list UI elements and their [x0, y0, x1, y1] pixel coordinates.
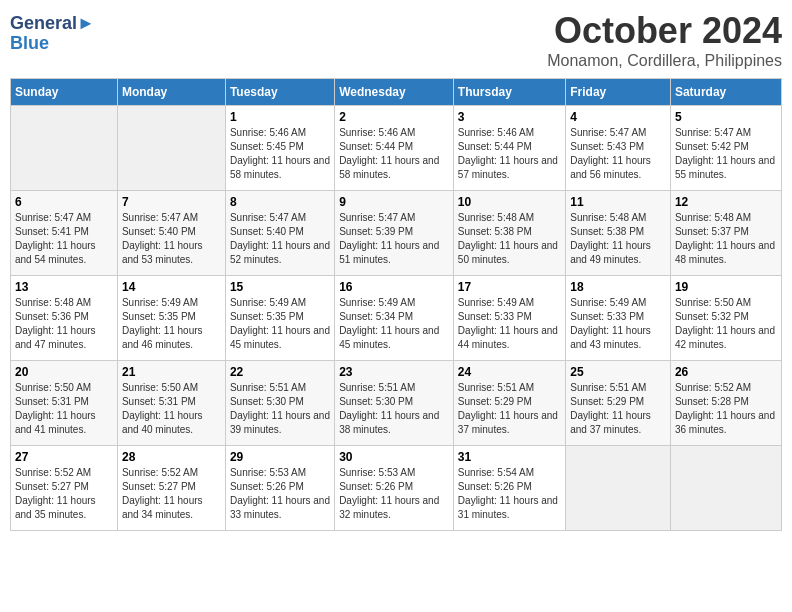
calendar-cell: 21Sunrise: 5:50 AM Sunset: 5:31 PM Dayli… — [117, 361, 225, 446]
calendar-cell — [117, 106, 225, 191]
day-info: Sunrise: 5:49 AM Sunset: 5:35 PM Dayligh… — [122, 296, 221, 352]
day-number: 30 — [339, 450, 449, 464]
calendar-cell: 23Sunrise: 5:51 AM Sunset: 5:30 PM Dayli… — [335, 361, 454, 446]
calendar-cell — [670, 446, 781, 531]
day-info: Sunrise: 5:49 AM Sunset: 5:33 PM Dayligh… — [458, 296, 561, 352]
day-number: 28 — [122, 450, 221, 464]
logo: General► Blue — [10, 14, 95, 54]
day-number: 29 — [230, 450, 330, 464]
day-number: 12 — [675, 195, 777, 209]
calendar-cell: 26Sunrise: 5:52 AM Sunset: 5:28 PM Dayli… — [670, 361, 781, 446]
day-number: 19 — [675, 280, 777, 294]
day-number: 21 — [122, 365, 221, 379]
calendar-cell: 7Sunrise: 5:47 AM Sunset: 5:40 PM Daylig… — [117, 191, 225, 276]
day-number: 4 — [570, 110, 666, 124]
day-info: Sunrise: 5:52 AM Sunset: 5:27 PM Dayligh… — [122, 466, 221, 522]
day-info: Sunrise: 5:53 AM Sunset: 5:26 PM Dayligh… — [339, 466, 449, 522]
day-number: 23 — [339, 365, 449, 379]
calendar-cell — [11, 106, 118, 191]
calendar-cell: 8Sunrise: 5:47 AM Sunset: 5:40 PM Daylig… — [225, 191, 334, 276]
logo-accent: ► — [77, 13, 95, 33]
day-number: 26 — [675, 365, 777, 379]
page-header: General► Blue October 2024 Monamon, Cord… — [10, 10, 782, 70]
day-number: 13 — [15, 280, 113, 294]
calendar-cell: 4Sunrise: 5:47 AM Sunset: 5:43 PM Daylig… — [566, 106, 671, 191]
day-info: Sunrise: 5:52 AM Sunset: 5:27 PM Dayligh… — [15, 466, 113, 522]
day-number: 17 — [458, 280, 561, 294]
logo-line2: Blue — [10, 34, 95, 54]
calendar-cell: 3Sunrise: 5:46 AM Sunset: 5:44 PM Daylig… — [453, 106, 565, 191]
title-block: October 2024 Monamon, Cordillera, Philip… — [547, 10, 782, 70]
calendar-cell: 31Sunrise: 5:54 AM Sunset: 5:26 PM Dayli… — [453, 446, 565, 531]
day-info: Sunrise: 5:47 AM Sunset: 5:40 PM Dayligh… — [230, 211, 330, 267]
calendar-cell — [566, 446, 671, 531]
day-number: 15 — [230, 280, 330, 294]
day-info: Sunrise: 5:48 AM Sunset: 5:38 PM Dayligh… — [458, 211, 561, 267]
calendar-cell: 22Sunrise: 5:51 AM Sunset: 5:30 PM Dayli… — [225, 361, 334, 446]
calendar-cell: 12Sunrise: 5:48 AM Sunset: 5:37 PM Dayli… — [670, 191, 781, 276]
day-number: 10 — [458, 195, 561, 209]
day-number: 31 — [458, 450, 561, 464]
column-header-saturday: Saturday — [670, 79, 781, 106]
header-row: SundayMondayTuesdayWednesdayThursdayFrid… — [11, 79, 782, 106]
calendar-cell: 29Sunrise: 5:53 AM Sunset: 5:26 PM Dayli… — [225, 446, 334, 531]
calendar-cell: 14Sunrise: 5:49 AM Sunset: 5:35 PM Dayli… — [117, 276, 225, 361]
logo-line1: General► — [10, 14, 95, 34]
day-info: Sunrise: 5:50 AM Sunset: 5:32 PM Dayligh… — [675, 296, 777, 352]
day-number: 3 — [458, 110, 561, 124]
day-number: 24 — [458, 365, 561, 379]
day-info: Sunrise: 5:51 AM Sunset: 5:29 PM Dayligh… — [458, 381, 561, 437]
day-number: 1 — [230, 110, 330, 124]
day-number: 20 — [15, 365, 113, 379]
day-number: 2 — [339, 110, 449, 124]
calendar-week-5: 27Sunrise: 5:52 AM Sunset: 5:27 PM Dayli… — [11, 446, 782, 531]
day-info: Sunrise: 5:51 AM Sunset: 5:29 PM Dayligh… — [570, 381, 666, 437]
day-number: 8 — [230, 195, 330, 209]
day-info: Sunrise: 5:49 AM Sunset: 5:35 PM Dayligh… — [230, 296, 330, 352]
day-info: Sunrise: 5:47 AM Sunset: 5:41 PM Dayligh… — [15, 211, 113, 267]
calendar-cell: 18Sunrise: 5:49 AM Sunset: 5:33 PM Dayli… — [566, 276, 671, 361]
column-header-friday: Friday — [566, 79, 671, 106]
calendar-cell: 28Sunrise: 5:52 AM Sunset: 5:27 PM Dayli… — [117, 446, 225, 531]
calendar-cell: 9Sunrise: 5:47 AM Sunset: 5:39 PM Daylig… — [335, 191, 454, 276]
day-info: Sunrise: 5:47 AM Sunset: 5:40 PM Dayligh… — [122, 211, 221, 267]
day-info: Sunrise: 5:50 AM Sunset: 5:31 PM Dayligh… — [15, 381, 113, 437]
column-header-monday: Monday — [117, 79, 225, 106]
calendar-cell: 11Sunrise: 5:48 AM Sunset: 5:38 PM Dayli… — [566, 191, 671, 276]
day-number: 5 — [675, 110, 777, 124]
calendar-cell: 10Sunrise: 5:48 AM Sunset: 5:38 PM Dayli… — [453, 191, 565, 276]
day-info: Sunrise: 5:48 AM Sunset: 5:37 PM Dayligh… — [675, 211, 777, 267]
calendar-cell: 13Sunrise: 5:48 AM Sunset: 5:36 PM Dayli… — [11, 276, 118, 361]
day-number: 11 — [570, 195, 666, 209]
calendar-cell: 19Sunrise: 5:50 AM Sunset: 5:32 PM Dayli… — [670, 276, 781, 361]
day-info: Sunrise: 5:47 AM Sunset: 5:39 PM Dayligh… — [339, 211, 449, 267]
day-info: Sunrise: 5:51 AM Sunset: 5:30 PM Dayligh… — [230, 381, 330, 437]
day-info: Sunrise: 5:54 AM Sunset: 5:26 PM Dayligh… — [458, 466, 561, 522]
calendar-cell: 17Sunrise: 5:49 AM Sunset: 5:33 PM Dayli… — [453, 276, 565, 361]
day-info: Sunrise: 5:46 AM Sunset: 5:44 PM Dayligh… — [339, 126, 449, 182]
day-number: 14 — [122, 280, 221, 294]
day-number: 9 — [339, 195, 449, 209]
calendar-table: SundayMondayTuesdayWednesdayThursdayFrid… — [10, 78, 782, 531]
calendar-cell: 6Sunrise: 5:47 AM Sunset: 5:41 PM Daylig… — [11, 191, 118, 276]
day-info: Sunrise: 5:48 AM Sunset: 5:36 PM Dayligh… — [15, 296, 113, 352]
calendar-cell: 16Sunrise: 5:49 AM Sunset: 5:34 PM Dayli… — [335, 276, 454, 361]
calendar-cell: 27Sunrise: 5:52 AM Sunset: 5:27 PM Dayli… — [11, 446, 118, 531]
day-info: Sunrise: 5:52 AM Sunset: 5:28 PM Dayligh… — [675, 381, 777, 437]
calendar-cell: 2Sunrise: 5:46 AM Sunset: 5:44 PM Daylig… — [335, 106, 454, 191]
calendar-week-2: 6Sunrise: 5:47 AM Sunset: 5:41 PM Daylig… — [11, 191, 782, 276]
calendar-week-4: 20Sunrise: 5:50 AM Sunset: 5:31 PM Dayli… — [11, 361, 782, 446]
column-header-wednesday: Wednesday — [335, 79, 454, 106]
day-number: 7 — [122, 195, 221, 209]
day-info: Sunrise: 5:50 AM Sunset: 5:31 PM Dayligh… — [122, 381, 221, 437]
calendar-cell: 30Sunrise: 5:53 AM Sunset: 5:26 PM Dayli… — [335, 446, 454, 531]
day-info: Sunrise: 5:47 AM Sunset: 5:43 PM Dayligh… — [570, 126, 666, 182]
day-info: Sunrise: 5:48 AM Sunset: 5:38 PM Dayligh… — [570, 211, 666, 267]
day-number: 22 — [230, 365, 330, 379]
day-number: 27 — [15, 450, 113, 464]
day-number: 6 — [15, 195, 113, 209]
column-header-sunday: Sunday — [11, 79, 118, 106]
day-info: Sunrise: 5:49 AM Sunset: 5:34 PM Dayligh… — [339, 296, 449, 352]
calendar-cell: 24Sunrise: 5:51 AM Sunset: 5:29 PM Dayli… — [453, 361, 565, 446]
calendar-week-3: 13Sunrise: 5:48 AM Sunset: 5:36 PM Dayli… — [11, 276, 782, 361]
